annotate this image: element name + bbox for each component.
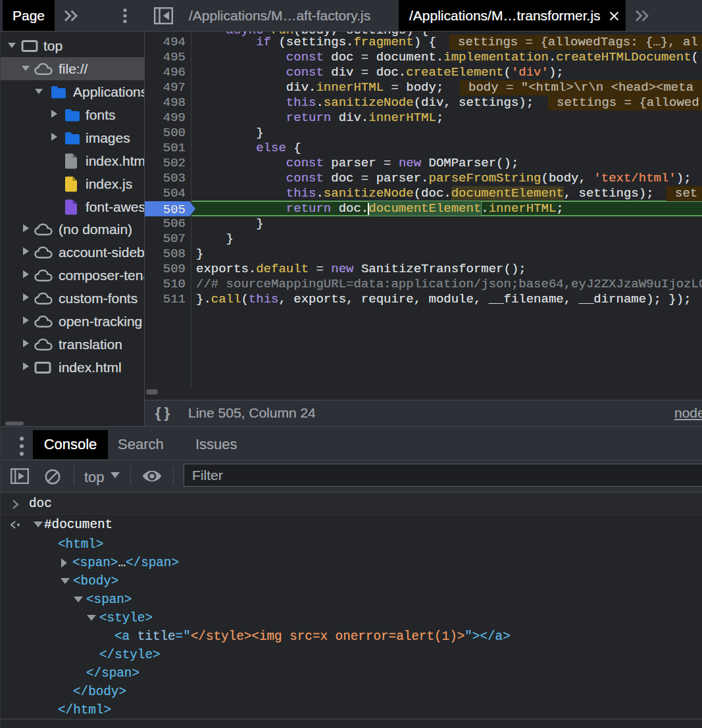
svg-text:505: 505 [163,203,186,217]
